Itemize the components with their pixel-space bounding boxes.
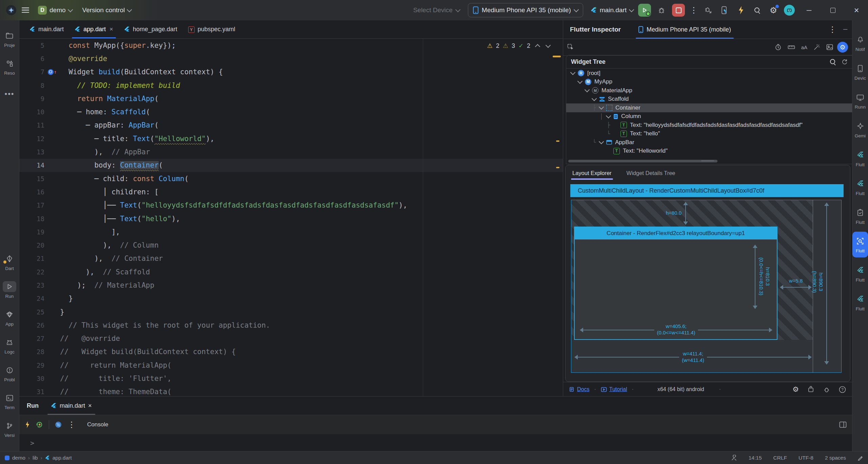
code-line[interactable]: 9 return MaterialApp( (19, 92, 563, 105)
tools-icon[interactable] (731, 455, 737, 461)
project-widget[interactable]: D demo (35, 4, 76, 17)
left-bar-item-Probl[interactable]: Probl (0, 360, 19, 387)
widget-tree-node-MaterialApp[interactable]: MMaterialApp (566, 86, 852, 95)
widget-tree-node-Column[interactable]: │Column (566, 112, 852, 121)
widget-tree-node-Scaffold[interactable]: Scaffold (566, 95, 852, 104)
layout-container-box[interactable]: Container - RenderFlex#d2cc3 relayoutBou… (574, 227, 777, 340)
indent-style[interactable]: 2 spaces (825, 455, 846, 461)
tutorial-link[interactable]: Tutorial (601, 386, 627, 392)
run-configuration[interactable]: main.dart (591, 6, 633, 14)
line-separator[interactable]: CRLF (773, 455, 787, 461)
code-line[interactable]: 15 ─ child: const Column( (19, 172, 563, 185)
editor-tab-main-dart[interactable]: main.dart (24, 20, 69, 38)
right-bar-item-flutter-performance[interactable]: Flutt (852, 173, 868, 201)
layout-outer-widget-title[interactable]: CustomMultiChildLayout - RenderCustomMul… (570, 184, 844, 197)
extensions-icon[interactable] (808, 386, 814, 393)
kebab-menu-icon[interactable]: ⋮ (67, 420, 76, 429)
dart-vm-icon[interactable] (55, 421, 62, 428)
bug-report-icon[interactable] (823, 386, 830, 393)
breadcrumb-project[interactable]: demo (12, 455, 25, 461)
caret-position[interactable]: 14:15 (749, 455, 762, 461)
widget-tree-node-MyApp[interactable]: MMyApp (566, 78, 852, 86)
left-bar-item-Proje[interactable]: Proje (0, 25, 19, 53)
chevron-down-icon[interactable] (577, 78, 583, 84)
code-line[interactable]: 27// @override (19, 332, 563, 345)
right-bar-item-flutter-test[interactable]: Flutt (852, 201, 868, 230)
tab-widget-details-tree[interactable]: Widget Details Tree (627, 165, 675, 181)
code-line[interactable]: 12 ─ title: Text("Helloworld"), (19, 132, 563, 145)
widget-tree-node-Text[interactable]: └TText: "hello" (566, 130, 852, 138)
code-line[interactable]: 21 ), // Container (19, 252, 563, 265)
breadcrumb-file[interactable]: app.dart (53, 455, 72, 461)
editor-tab-pubspec-yaml[interactable]: Ypubspec.yaml (183, 20, 241, 38)
code-line[interactable]: 20 ), // Column (19, 238, 563, 252)
right-bar-item-flutter-outline[interactable]: Flutt (852, 144, 868, 173)
text-size-icon[interactable]: aA (801, 44, 807, 50)
code-line[interactable]: 7O↑ Widget build(BuildContext context) { (19, 65, 563, 79)
left-bar-item-Term[interactable]: Term (0, 387, 19, 415)
chevron-down-icon[interactable] (570, 70, 576, 75)
right-bar-item-flutter-logo[interactable]: Flutt (852, 259, 868, 288)
panel-splitter-handle[interactable] (701, 160, 714, 161)
editor-tab-app-dart[interactable]: app.dart× (69, 20, 119, 38)
right-bar-item-flutter-logo[interactable]: Flutt (852, 288, 868, 317)
chevron-down-icon[interactable] (606, 113, 611, 118)
code-line[interactable]: 13 ), // AppBar (19, 145, 563, 158)
search-icon[interactable] (830, 59, 836, 65)
left-bar-item-Reso[interactable]: Reso (0, 53, 19, 81)
right-bar-item-device-manager[interactable]: Devic (852, 57, 868, 86)
chevron-down-icon[interactable] (599, 104, 604, 110)
settings-icon[interactable]: ⚙ (768, 4, 779, 16)
right-bar-item-gemini[interactable]: Gemi (852, 115, 868, 144)
device-mirror-icon[interactable] (719, 4, 730, 16)
device-selector[interactable]: Medium Phone API 35 (mobile) (468, 3, 583, 17)
code-line[interactable]: 25} (19, 305, 563, 318)
code-line[interactable]: 16 │ children: [ (19, 185, 563, 198)
left-bar-item-Logc[interactable]: Logc (0, 332, 19, 360)
version-control-widget[interactable]: Version control (79, 4, 135, 16)
right-bar-item-flutter-inspector[interactable]: Flutt (852, 232, 868, 257)
code-line[interactable]: 19 ], (19, 225, 563, 238)
write-access-icon[interactable] (857, 455, 863, 461)
run-tab-main-dart[interactable]: main.dart × (47, 397, 95, 415)
code-line[interactable]: 17 │── Text("helloyydsfsdfafsdfdfadsfads… (19, 199, 563, 212)
select-widget-mode-icon[interactable] (567, 44, 574, 51)
widget-tree-node-Text[interactable]: ├TText: "helloyydsfsdfafsdfdfadsfadsfdas… (566, 121, 852, 130)
docs-link[interactable]: Docs (569, 386, 589, 392)
code-line[interactable]: 5 const MyApp({super.key}); (19, 39, 563, 52)
hot-reload-icon[interactable] (25, 421, 30, 428)
code-line[interactable]: 26 // This widget is the root of your ap… (19, 318, 563, 332)
window-maximize-button[interactable] (823, 0, 842, 20)
breadcrumb-folder[interactable]: lib (33, 455, 38, 461)
console-output[interactable]: > (19, 434, 852, 452)
widget-tree-node-root[interactable]: R[root] (566, 69, 852, 78)
right-bar-item-notifications-bell[interactable]: Notif (852, 28, 868, 57)
window-close-button[interactable]: × (847, 0, 866, 20)
widget-tree-node-Text[interactable]: TText: "Helloworld" (566, 147, 852, 156)
code-line[interactable]: 14 body: Container( (19, 159, 563, 172)
left-bar-item-App[interactable]: App (0, 304, 19, 332)
select-device-dropdown[interactable]: Select Device (413, 6, 460, 14)
editor-tab-home_page-dart[interactable]: home_page.dart (119, 20, 183, 38)
layout-outer-box[interactable]: h=80.0 Container - RenderFlex#d2cc3 rela… (571, 200, 842, 373)
code-line[interactable]: 6 @override (19, 52, 563, 65)
code-line[interactable]: 10 ─ home: Scaffold( (19, 105, 563, 118)
debug-button[interactable] (656, 4, 667, 16)
magic-wand-icon[interactable] (813, 44, 820, 51)
override-gutter-icon[interactable]: O (48, 69, 54, 75)
inspector-device-tab[interactable]: Medium Phone API 35 (mobile) (636, 20, 734, 39)
code-line[interactable]: 24 } (19, 292, 563, 305)
kebab-menu-icon[interactable]: ⋮ (828, 25, 836, 34)
run-button[interactable] (638, 4, 651, 17)
hot-reload-icon[interactable] (735, 4, 747, 16)
left-bar-item-Run[interactable]: Run (0, 276, 19, 304)
code-line[interactable]: 29// return MaterialApp( (19, 359, 563, 372)
right-bar-item-running-devices[interactable]: Runn (852, 86, 868, 115)
previous-problem-icon[interactable] (535, 44, 540, 49)
window-minimize-button[interactable]: ─ (800, 0, 818, 20)
inspector-settings-icon[interactable]: ⚙ (837, 42, 848, 53)
code-editor[interactable]: 5 const MyApp({super.key});6 @override7O… (19, 39, 563, 396)
chevron-down-icon[interactable] (599, 139, 604, 144)
chevron-down-icon[interactable] (592, 96, 597, 101)
hide-panel-icon[interactable]: ─ (843, 26, 847, 33)
